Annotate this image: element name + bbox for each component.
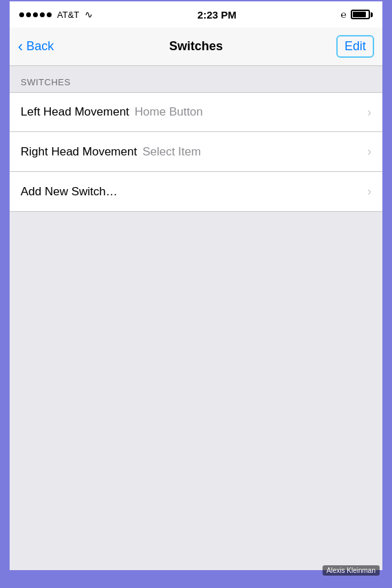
list-item-left: Left Head Movement Home Button	[21, 105, 203, 119]
navigation-bar: ‹ Back Switches Edit	[10, 28, 382, 66]
signal-dot-2	[26, 12, 31, 17]
carrier-text: AT&T	[57, 10, 79, 20]
list-item-left-1: Right Head Movement Select Item	[21, 145, 201, 159]
chevron-icon-0: ›	[367, 105, 371, 120]
back-label: Back	[26, 39, 54, 54]
section-header: SWITCHES	[10, 66, 382, 92]
battery-fill	[353, 12, 366, 17]
list-item[interactable]: Add New Switch… ›	[10, 172, 382, 212]
chevron-icon-2: ›	[367, 184, 371, 199]
battery-body	[351, 10, 370, 19]
empty-area	[10, 212, 382, 570]
status-bar: AT&T ∿ 2:23 PM ℮	[10, 1, 382, 28]
back-button[interactable]: ‹ Back	[18, 38, 54, 56]
list-item[interactable]: Left Head Movement Home Button ›	[10, 92, 382, 132]
item-value-1: Select Item	[142, 145, 201, 159]
item-label-0: Left Head Movement	[21, 105, 129, 119]
signal-dots	[19, 12, 52, 17]
list-item-left-2: Add New Switch…	[21, 185, 118, 199]
signal-dot-5	[47, 12, 52, 17]
battery-tip	[371, 12, 373, 17]
status-left: AT&T ∿	[19, 9, 93, 20]
item-label-1: Right Head Movement	[21, 145, 137, 159]
list-item[interactable]: Right Head Movement Select Item ›	[10, 132, 382, 172]
status-time: 2:23 PM	[197, 9, 237, 21]
watermark: Alexis Kleinman	[323, 565, 380, 576]
switches-list: Left Head Movement Home Button › Right H…	[10, 92, 382, 212]
battery-icon	[351, 10, 373, 19]
item-value-0: Home Button	[135, 105, 203, 119]
list-item-right-2: ›	[367, 184, 371, 199]
back-chevron-icon: ‹	[18, 38, 23, 56]
bluetooth-icon: ℮	[341, 9, 347, 20]
edit-button[interactable]: Edit	[336, 35, 374, 58]
chevron-icon-1: ›	[367, 144, 371, 159]
signal-dot-3	[33, 12, 38, 17]
page-title: Switches	[169, 39, 223, 54]
signal-dot-1	[19, 12, 24, 17]
item-label-2: Add New Switch…	[21, 185, 118, 199]
wifi-icon: ∿	[85, 9, 93, 20]
signal-dot-4	[40, 12, 45, 17]
screen: AT&T ∿ 2:23 PM ℮ ‹ Back Switches Ed	[8, 0, 384, 571]
phone-frame: AT&T ∿ 2:23 PM ℮ ‹ Back Switches Ed	[0, 0, 392, 588]
list-item-right-1: ›	[367, 144, 371, 159]
list-item-right-0: ›	[367, 105, 371, 120]
status-right: ℮	[341, 9, 373, 20]
section-header-text: SWITCHES	[21, 77, 71, 87]
